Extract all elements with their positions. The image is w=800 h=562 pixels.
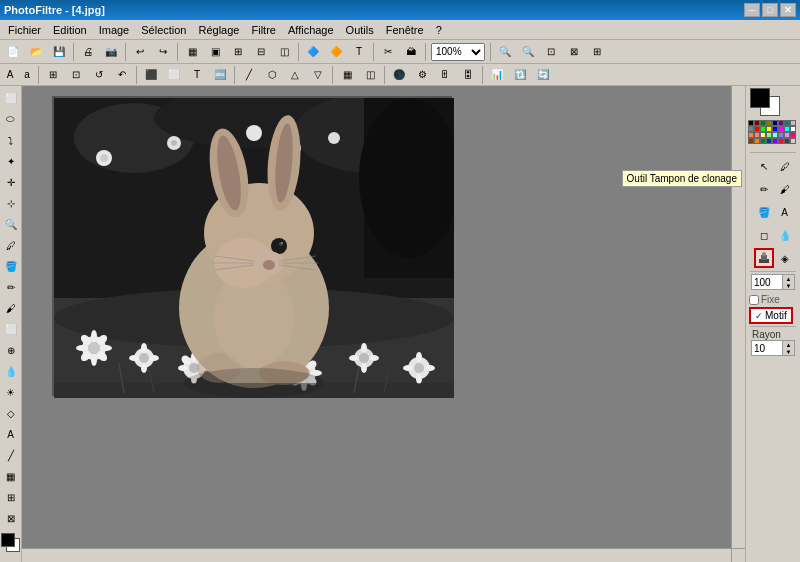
opacity-input[interactable] [752, 275, 782, 289]
tool-clone-stamp[interactable]: ⊕ [1, 340, 21, 360]
motif-button[interactable]: ✓ Motif [749, 307, 793, 324]
new-button[interactable]: 📄 [2, 42, 24, 62]
rt-extra-tool[interactable]: ◈ [775, 248, 795, 268]
tb-btn9[interactable]: ✂ [377, 42, 399, 62]
minimize-button[interactable]: ─ [744, 3, 760, 17]
tool-lasso[interactable]: ⤵ [1, 130, 21, 150]
tb2-btn16[interactable]: ◫ [359, 65, 381, 85]
image-canvas[interactable] [52, 96, 452, 396]
fullscreen-button[interactable]: ⊞ [586, 42, 608, 62]
tb2-btn6[interactable]: ↶ [111, 65, 133, 85]
tb2-btn7[interactable]: ⬛ [140, 65, 162, 85]
rt-arrow-tool[interactable]: ↖ [754, 156, 774, 176]
tb2-btn15[interactable]: ▦ [336, 65, 358, 85]
tool-pencil[interactable]: ✏ [1, 277, 21, 297]
tb2-btn18[interactable]: ⚙ [411, 65, 433, 85]
palette-color-31[interactable] [790, 138, 796, 144]
close-button[interactable]: ✕ [780, 3, 796, 17]
tb2-btn10[interactable]: 🔤 [209, 65, 231, 85]
tb2-btn9[interactable]: T [186, 65, 208, 85]
print-button[interactable]: 🖨 [77, 42, 99, 62]
tool-line[interactable]: ╱ [1, 445, 21, 465]
tb2-btn3[interactable]: ⊞ [42, 65, 64, 85]
rt-eraser-tool[interactable]: ◻ [754, 225, 774, 245]
undo-button[interactable]: ↩ [129, 42, 151, 62]
rayon-spinbox[interactable]: ▲ ▼ [751, 340, 795, 356]
redo-button[interactable]: ↪ [152, 42, 174, 62]
zoom-fit-button[interactable]: ⊡ [540, 42, 562, 62]
menu-fenetre[interactable]: Fenêtre [380, 22, 430, 38]
tb2-btn20[interactable]: 🎛 [457, 65, 479, 85]
fix-checkbox[interactable] [749, 295, 759, 305]
menu-reglage[interactable]: Réglage [193, 22, 246, 38]
menu-help[interactable]: ? [430, 22, 448, 38]
tool-move[interactable]: ✛ [1, 172, 21, 192]
tool-extra1[interactable]: ⊞ [1, 487, 21, 507]
zoom-select[interactable]: 100% 50% 200% [431, 43, 485, 61]
scan-button[interactable]: 📷 [100, 42, 122, 62]
menu-fichier[interactable]: Fichier [2, 22, 47, 38]
tool-shapes[interactable]: ◇ [1, 403, 21, 423]
tool-brush[interactable]: 🖌 [1, 298, 21, 318]
tool-zoom[interactable]: 🔍 [1, 214, 21, 234]
rayon-down[interactable]: ▼ [783, 348, 794, 355]
rt-eyedropper-tool[interactable]: 🖊 [775, 156, 795, 176]
rt-text-tool[interactable]: A [775, 202, 795, 222]
fg-color-box[interactable] [750, 88, 770, 108]
tool-fill[interactable]: 🪣 [1, 256, 21, 276]
tool-crop[interactable]: ⊹ [1, 193, 21, 213]
menu-filtre[interactable]: Filtre [245, 22, 281, 38]
tool-eraser[interactable]: ⬜ [1, 319, 21, 339]
rt-fill-tool[interactable]: 🪣 [754, 202, 774, 222]
rayon-input[interactable] [752, 341, 782, 355]
tool-magic-wand[interactable]: ✦ [1, 151, 21, 171]
rt-stamp-tool[interactable] [754, 248, 774, 268]
tb-btn6[interactable]: 🔷 [302, 42, 324, 62]
zoom-100-button[interactable]: ⊠ [563, 42, 585, 62]
tb2-btn19[interactable]: 🎚 [434, 65, 456, 85]
tb2-btn22[interactable]: 🔃 [509, 65, 531, 85]
tb-btn5[interactable]: ◫ [273, 42, 295, 62]
tool-dodge[interactable]: ☀ [1, 382, 21, 402]
rt-pencil-tool[interactable]: ✏ [754, 179, 774, 199]
tb2-btn11[interactable]: ╱ [238, 65, 260, 85]
zoom-out-button[interactable]: 🔍 [494, 42, 516, 62]
menu-outils[interactable]: Outils [340, 22, 380, 38]
tb-btn2[interactable]: ▣ [204, 42, 226, 62]
fg-color-swatch[interactable] [1, 533, 15, 547]
tb2-btn2[interactable]: a [19, 65, 35, 85]
tb2-btn12[interactable]: ⬡ [261, 65, 283, 85]
tool-extra2[interactable]: ⊠ [1, 508, 21, 528]
tb2-btn14[interactable]: ▽ [307, 65, 329, 85]
tb2-btn8[interactable]: ⬜ [163, 65, 185, 85]
tool-text[interactable]: A [1, 424, 21, 444]
tb2-btn21[interactable]: 📊 [486, 65, 508, 85]
opacity-down[interactable]: ▼ [783, 282, 794, 289]
tb2-btn23[interactable]: 🔄 [532, 65, 554, 85]
tb2-btn17[interactable]: 🌑 [388, 65, 410, 85]
tool-select-oval[interactable]: ⬭ [1, 109, 21, 129]
menu-image[interactable]: Image [93, 22, 136, 38]
tb-btn4[interactable]: ⊟ [250, 42, 272, 62]
tb2-btn5[interactable]: ↺ [88, 65, 110, 85]
tool-blur[interactable]: 💧 [1, 361, 21, 381]
rt-blur-tool[interactable]: 💧 [775, 225, 795, 245]
tb-btn3[interactable]: ⊞ [227, 42, 249, 62]
rayon-up[interactable]: ▲ [783, 341, 794, 348]
horizontal-scrollbar[interactable] [22, 548, 731, 562]
opacity-up[interactable]: ▲ [783, 275, 794, 282]
open-button[interactable]: 📂 [25, 42, 47, 62]
save-button[interactable]: 💾 [48, 42, 70, 62]
menu-edition[interactable]: Edition [47, 22, 93, 38]
tb2-btn1[interactable]: A [2, 65, 18, 85]
rt-brush-tool[interactable]: 🖌 [775, 179, 795, 199]
tb-btn1[interactable]: ▦ [181, 42, 203, 62]
maximize-button[interactable]: □ [762, 3, 778, 17]
tb2-btn4[interactable]: ⊡ [65, 65, 87, 85]
tool-eyedropper[interactable]: 🖊 [1, 235, 21, 255]
menu-affichage[interactable]: Affichage [282, 22, 340, 38]
tool-select-rect[interactable]: ⬜ [1, 88, 21, 108]
tb-btn7[interactable]: 🔶 [325, 42, 347, 62]
tb-btn10[interactable]: 🏔 [400, 42, 422, 62]
opacity-spinbox[interactable]: ▲ ▼ [751, 274, 795, 290]
